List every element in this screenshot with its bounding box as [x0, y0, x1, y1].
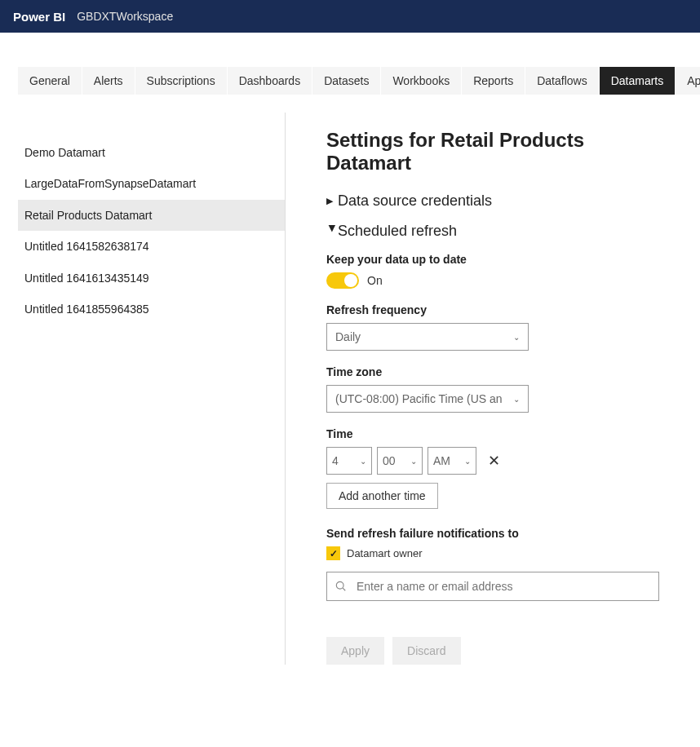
section-title: Data source credentials	[338, 192, 492, 210]
settings-panel: Settings for Retail Products Datamart ▶ …	[286, 113, 653, 665]
add-another-time-button[interactable]: Add another time	[326, 483, 438, 509]
toggle-knob	[344, 274, 357, 287]
tab-datamarts[interactable]: Datamarts	[600, 67, 676, 95]
sidebar-item[interactable]: Demo Datamart	[18, 137, 285, 168]
svg-point-0	[336, 581, 343, 589]
keep-data-toggle[interactable]	[326, 272, 359, 289]
svg-line-1	[343, 588, 345, 590]
add-time-row: Add another time	[326, 483, 653, 509]
chevron-down-icon: ⌄	[360, 457, 366, 466]
scheduled-refresh-form: Keep your data up to date On Refresh fre…	[326, 253, 653, 665]
brand-label: Power BI	[13, 10, 65, 24]
time-minute-select[interactable]: 00 ⌄	[377, 447, 423, 475]
sidebar-item[interactable]: Retail Products Datamart	[18, 200, 285, 231]
notify-owner-label: Datamart owner	[347, 547, 422, 559]
workspace-label[interactable]: GBDXTWorkspace	[77, 10, 173, 23]
sidebar-item[interactable]: LargeDataFromSynapseDatamart	[18, 168, 285, 199]
action-row: Apply Discard	[326, 637, 653, 665]
tab-subscriptions[interactable]: Subscriptions	[135, 67, 228, 95]
timezone-select[interactable]: (UTC-08:00) Pacific Time (US an ⌄	[326, 385, 529, 413]
tab-reports[interactable]: Reports	[462, 67, 525, 95]
toggle-state-label: On	[367, 274, 383, 287]
tab-app[interactable]: App	[676, 67, 700, 95]
app-header: Power BI GBDXTWorkspace	[0, 0, 700, 33]
time-hour-select[interactable]: 4 ⌄	[326, 447, 372, 475]
refresh-frequency-label: Refresh frequency	[326, 303, 653, 316]
content-area: Demo DatamartLargeDataFromSynapseDatamar…	[18, 113, 700, 665]
chevron-down-icon: ⌄	[513, 333, 520, 342]
search-icon	[335, 581, 347, 592]
notify-owner-checkbox[interactable]: ✓	[326, 546, 340, 560]
timezone-label: Time zone	[326, 365, 653, 378]
keep-data-label: Keep your data up to date	[326, 253, 653, 266]
settings-tabs: GeneralAlertsSubscriptionsDashboardsData…	[18, 67, 700, 95]
sidebar-item[interactable]: Untitled 1641613435149	[18, 263, 285, 294]
chevron-down-icon: ⌄	[410, 457, 417, 466]
sidebar-item[interactable]: Untitled 1641855964385	[18, 294, 285, 325]
check-icon: ✓	[330, 549, 338, 559]
select-value: AM	[433, 454, 450, 467]
tab-general[interactable]: General	[18, 67, 82, 95]
tab-dataflows[interactable]: Dataflows	[525, 67, 599, 95]
notify-label: Send refresh failure notifications to	[326, 527, 653, 540]
tab-alerts[interactable]: Alerts	[82, 67, 135, 95]
caret-down-icon: ▶	[327, 225, 338, 236]
select-value: Daily	[335, 330, 361, 343]
page-title: Settings for Retail Products Datamart	[326, 129, 653, 175]
apply-button[interactable]: Apply	[326, 637, 384, 665]
keep-data-toggle-row: On	[326, 272, 653, 289]
section-title: Scheduled refresh	[338, 223, 457, 240]
sidebar-item[interactable]: Untitled 1641582638174	[18, 231, 285, 262]
time-label: Time	[326, 427, 653, 440]
time-ampm-select[interactable]: AM ⌄	[428, 447, 476, 475]
remove-time-button[interactable]: ✕	[488, 452, 500, 470]
tab-dashboards[interactable]: Dashboards	[228, 67, 313, 95]
caret-right-icon: ▶	[326, 196, 338, 206]
chevron-down-icon: ⌄	[513, 395, 520, 404]
select-value: 4	[332, 454, 339, 467]
chevron-down-icon: ⌄	[464, 457, 471, 466]
tab-datasets[interactable]: Datasets	[312, 67, 381, 95]
refresh-frequency-select[interactable]: Daily ⌄	[326, 323, 529, 351]
section-scheduled-refresh[interactable]: ▶ Scheduled refresh	[326, 223, 653, 240]
discard-button[interactable]: Discard	[392, 637, 460, 665]
select-value: 00	[383, 454, 396, 467]
notify-contact-input[interactable]	[355, 579, 650, 594]
section-data-source-credentials[interactable]: ▶ Data source credentials	[326, 192, 653, 210]
datamart-list-sidebar: Demo DatamartLargeDataFromSynapseDatamar…	[18, 113, 286, 665]
notify-owner-row: ✓ Datamart owner	[326, 546, 653, 560]
select-value: (UTC-08:00) Pacific Time (US an	[335, 392, 503, 405]
time-row: 4 ⌄ 00 ⌄ AM ⌄ ✕	[326, 447, 653, 475]
notify-contact-input-wrapper[interactable]	[326, 572, 659, 601]
tab-workbooks[interactable]: Workbooks	[381, 67, 462, 95]
